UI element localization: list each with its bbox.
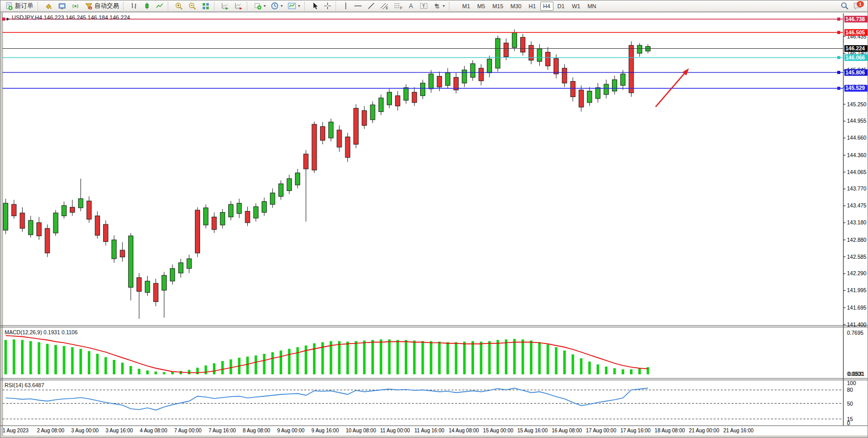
mt4-window: 新订单 自动交易 ▾ ▾ ▾ E F A T ▾ bbox=[0, 0, 868, 438]
timeframe-m5-button[interactable]: M5 bbox=[474, 2, 488, 11]
zoom-out-button[interactable] bbox=[186, 1, 199, 11]
text-label-icon: T bbox=[420, 2, 428, 10]
trendline-tool-button[interactable] bbox=[365, 1, 378, 11]
svg-text:3 Aug 00:00: 3 Aug 00:00 bbox=[71, 428, 99, 433]
svg-text:16 Aug 08:00: 16 Aug 08:00 bbox=[551, 428, 582, 433]
svg-text:146.738: 146.738 bbox=[845, 16, 865, 22]
timeframe-m15-button[interactable]: M15 bbox=[489, 2, 506, 11]
svg-text:0: 0 bbox=[847, 420, 850, 426]
svg-text:10 Aug 08:00: 10 Aug 08:00 bbox=[346, 428, 376, 433]
chevron-down-icon: ▾ bbox=[298, 4, 300, 8]
signals-button[interactable] bbox=[69, 1, 82, 11]
fibonacci-icon: F bbox=[394, 2, 403, 10]
svg-text:7 Aug 16:00: 7 Aug 16:00 bbox=[208, 428, 236, 433]
ohlc-bars-icon bbox=[130, 2, 138, 10]
timeframe-m1-button[interactable]: M1 bbox=[459, 2, 473, 11]
text-tool-button[interactable]: A bbox=[405, 1, 417, 11]
auto-trading-button[interactable]: 自动交易 bbox=[82, 1, 122, 11]
notifications-button[interactable]: 1 bbox=[853, 2, 862, 11]
auto-scroll-icon bbox=[221, 2, 229, 10]
paint-bucket-icon bbox=[45, 2, 53, 10]
toolbar-separator bbox=[304, 2, 307, 10]
svg-text:142.880: 142.880 bbox=[847, 237, 866, 243]
arrows-tool-button[interactable]: ▾ bbox=[430, 1, 447, 11]
svg-text:144.955: 144.955 bbox=[847, 118, 866, 124]
svg-text:11 Aug 00:00: 11 Aug 00:00 bbox=[380, 428, 410, 433]
timeframe-h1-button[interactable]: H1 bbox=[525, 2, 539, 11]
zoom-out-icon bbox=[188, 2, 196, 10]
zoom-in-button[interactable] bbox=[172, 1, 186, 11]
svg-text:141.400: 141.400 bbox=[847, 321, 866, 328]
text-label-tool-button[interactable]: T bbox=[417, 1, 430, 11]
timeframe-mn-button[interactable]: MN bbox=[584, 2, 599, 11]
svg-text:144.660: 144.660 bbox=[847, 135, 866, 141]
toolbar-separator bbox=[123, 2, 126, 10]
market-watch-icon bbox=[58, 2, 66, 10]
crosshair-button[interactable] bbox=[321, 1, 334, 11]
candle-chart-mode-button[interactable] bbox=[141, 1, 153, 11]
channel-tool-button[interactable]: E bbox=[378, 1, 391, 11]
timeframe-w1-button[interactable]: W1 bbox=[569, 2, 584, 11]
search-icon[interactable] bbox=[840, 2, 849, 10]
fibonacci-tool-button[interactable]: F bbox=[391, 1, 405, 11]
svg-text:7 Aug 00:00: 7 Aug 00:00 bbox=[174, 428, 202, 433]
horizontal-line-tool-button[interactable] bbox=[351, 1, 365, 11]
timeframe-m30-button[interactable]: M30 bbox=[507, 2, 524, 11]
svg-text:21 Aug 16:00: 21 Aug 16:00 bbox=[723, 428, 754, 433]
toolbar: 新订单 自动交易 ▾ ▾ ▾ E F A T ▾ bbox=[1, 1, 868, 12]
text-icon: A bbox=[408, 2, 415, 10]
chart-shift-button[interactable] bbox=[232, 1, 245, 11]
indicators-icon bbox=[254, 2, 262, 10]
price-chart[interactable]: 146.435146.140145.845145.550145.250144.9… bbox=[1, 1, 868, 438]
trendline-icon bbox=[367, 2, 375, 10]
chevron-down-icon: ▾ bbox=[443, 4, 445, 8]
periods-button[interactable]: ▾ bbox=[268, 1, 285, 11]
zoom-in-icon bbox=[175, 2, 183, 10]
toolbar-separator bbox=[214, 2, 217, 10]
line-chart-mode-button[interactable] bbox=[153, 1, 166, 11]
svg-text:142.585: 142.585 bbox=[847, 254, 866, 260]
svg-text:144.360: 144.360 bbox=[847, 152, 866, 158]
svg-text:100: 100 bbox=[847, 380, 856, 386]
svg-text:17 Aug 00:00: 17 Aug 00:00 bbox=[586, 428, 616, 433]
chart-shift-icon bbox=[234, 2, 243, 10]
svg-text:146.066: 146.066 bbox=[845, 54, 865, 61]
market-watch-button[interactable] bbox=[55, 1, 69, 11]
svg-text:A: A bbox=[409, 3, 413, 10]
svg-text:1 Aug 2023: 1 Aug 2023 bbox=[3, 428, 29, 433]
chevron-down-icon: ▾ bbox=[281, 4, 283, 8]
auto-scroll-button[interactable] bbox=[219, 1, 232, 11]
svg-text:3 Aug 16:00: 3 Aug 16:00 bbox=[106, 428, 133, 433]
candlestick-icon bbox=[143, 2, 151, 10]
svg-text:E: E bbox=[386, 6, 388, 10]
svg-text:9 Aug 16:00: 9 Aug 16:00 bbox=[311, 428, 339, 433]
svg-text:145.250: 145.250 bbox=[847, 101, 866, 107]
svg-text:143.475: 143.475 bbox=[847, 202, 866, 208]
bar-chart-mode-button[interactable] bbox=[128, 1, 141, 11]
svg-text:141.995: 141.995 bbox=[847, 287, 866, 293]
svg-text:8 Aug 08:00: 8 Aug 08:00 bbox=[243, 428, 270, 433]
vertical-line-tool-button[interactable] bbox=[340, 1, 351, 11]
new-order-button[interactable]: 新订单 bbox=[3, 1, 36, 11]
template-icon bbox=[288, 2, 296, 10]
timeframe-d1-button[interactable]: D1 bbox=[555, 2, 568, 11]
timeframe-h4-button[interactable]: H4 bbox=[540, 2, 554, 11]
svg-text:141.695: 141.695 bbox=[847, 304, 866, 311]
svg-text:11 Aug 16:00: 11 Aug 16:00 bbox=[415, 428, 445, 433]
new-order-icon bbox=[5, 2, 13, 10]
tile-windows-button[interactable] bbox=[199, 1, 212, 11]
auto-trading-label: 自动交易 bbox=[94, 2, 119, 10]
signal-icon bbox=[71, 2, 80, 10]
toolbar-separator bbox=[336, 2, 339, 10]
cursor-button[interactable] bbox=[309, 1, 321, 11]
svg-text:80: 80 bbox=[847, 387, 853, 393]
svg-text:143.180: 143.180 bbox=[847, 219, 866, 225]
templates-button[interactable]: ▾ bbox=[285, 1, 303, 11]
arrows-icon bbox=[433, 2, 441, 10]
indicators-button[interactable]: ▾ bbox=[251, 1, 268, 11]
styler-button[interactable] bbox=[42, 1, 55, 11]
svg-text:F: F bbox=[400, 6, 402, 10]
toolbar-separator bbox=[168, 2, 171, 10]
svg-text:14 Aug 08:00: 14 Aug 08:00 bbox=[449, 428, 479, 433]
svg-text:145.806: 145.806 bbox=[845, 69, 865, 75]
